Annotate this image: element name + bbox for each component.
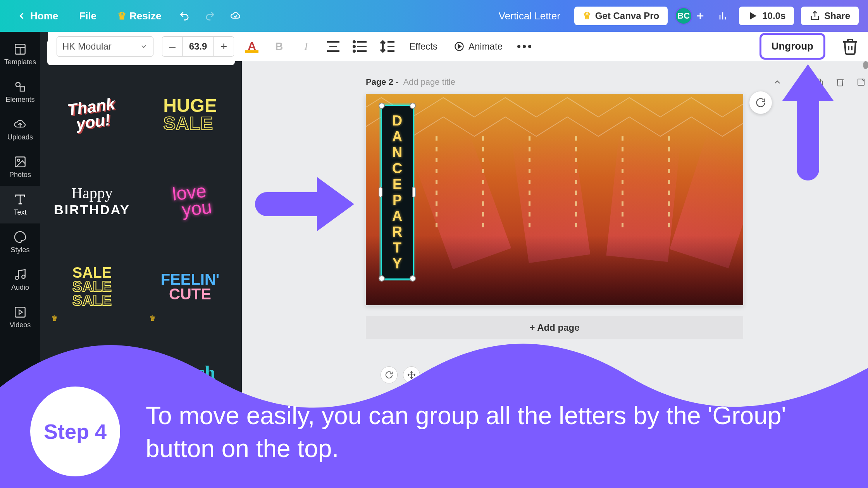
light-string-decor [668, 136, 670, 228]
music-icon [14, 268, 27, 281]
effects-button[interactable]: Effects [405, 39, 441, 54]
dp-letter: C [392, 160, 402, 176]
design-canvas[interactable]: D A N C E P A R T Y [366, 94, 743, 305]
ungroup-button[interactable]: Ungroup [760, 33, 825, 60]
svg-point-10 [16, 82, 20, 87]
top-bar: Home File ♛ Resize Vertical Letter ♛ Get… [0, 0, 868, 32]
font-size-group: – + [162, 36, 234, 57]
italic-button[interactable]: I [297, 37, 315, 56]
selection-handle[interactable] [379, 103, 385, 109]
rail-photos[interactable]: Photos [0, 148, 40, 186]
bar-chart-icon [717, 10, 728, 21]
bold-button[interactable]: B [270, 37, 288, 56]
share-icon [809, 10, 820, 21]
font-size-increase[interactable]: + [214, 37, 234, 56]
svg-marker-20 [19, 310, 22, 314]
light-string-decor [436, 136, 437, 228]
font-family-select[interactable]: HK Modular [57, 36, 153, 57]
move-icon [407, 371, 416, 379]
crown-icon: ♛ [51, 314, 58, 323]
align-button[interactable] [324, 37, 343, 56]
rotate-handle[interactable] [381, 366, 398, 383]
step-badge: Step 4 [30, 387, 120, 476]
cloud-upload-icon [14, 118, 27, 131]
shapes-icon [14, 80, 27, 93]
redo-button[interactable] [201, 7, 219, 25]
danceparty-text-group[interactable]: D A N C E P A R T Y [381, 105, 414, 280]
list-button[interactable] [351, 37, 370, 56]
rail-videos[interactable]: Videos [0, 299, 40, 336]
rail-styles[interactable]: Styles [0, 223, 40, 261]
undo-button[interactable] [175, 7, 194, 25]
home-button[interactable]: Home [9, 6, 65, 26]
redo-icon [205, 10, 215, 21]
text-template-thank-you[interactable]: Thankyou! [47, 76, 137, 153]
light-string-decor [482, 136, 484, 228]
plus-icon [695, 10, 706, 21]
templates-icon [14, 43, 27, 56]
page-number-label: Page 2 - [366, 77, 398, 87]
spacing-button[interactable] [378, 37, 397, 56]
file-menu[interactable]: File [72, 6, 103, 26]
image-icon [14, 155, 27, 168]
rail-uploads[interactable]: Uploads [0, 111, 40, 148]
insights-button[interactable] [713, 7, 732, 25]
delete-page-button[interactable] [833, 75, 847, 89]
page-title-input[interactable]: Add page title [403, 77, 455, 87]
svg-point-30 [353, 46, 355, 47]
crowd-silhouette-decor [366, 235, 743, 305]
context-toolbar: HK Modular – + A B I Effects Animate Ung… [48, 32, 868, 61]
selection-handle[interactable] [379, 275, 385, 282]
rail-templates[interactable]: Templates [0, 36, 40, 73]
text-template-happy-birthday[interactable]: HappyBIRTHDAY [47, 162, 137, 239]
new-page-button[interactable] [854, 75, 868, 89]
text-template-huge-sale[interactable]: HUGESALE [145, 76, 235, 153]
crown-icon: ♛ [149, 314, 156, 323]
animate-button[interactable]: Animate [450, 39, 506, 54]
dp-letter: A [392, 129, 402, 144]
font-size-input[interactable] [183, 37, 214, 56]
svg-point-29 [353, 41, 355, 43]
text-template-feelin-cute[interactable]: FEELIN'CUTE ♛ [145, 248, 235, 325]
chevron-left-icon [16, 10, 27, 21]
get-pro-button[interactable]: ♛ Get Canva Pro [574, 7, 668, 25]
svg-marker-37 [458, 45, 461, 48]
dp-letter: D [392, 113, 402, 129]
svg-rect-11 [20, 87, 24, 91]
selection-handle[interactable] [410, 275, 416, 282]
add-page-button[interactable]: + Add page [366, 316, 743, 339]
present-button[interactable]: 10.0s [739, 7, 794, 25]
svg-point-14 [17, 159, 20, 162]
selection-handle[interactable] [412, 187, 416, 198]
svg-point-40 [528, 45, 531, 48]
delete-button[interactable] [841, 37, 859, 56]
text-color-button[interactable]: A [243, 37, 261, 56]
text-template-love-you[interactable]: loveyou [145, 162, 235, 239]
rail-text[interactable]: Text [0, 186, 40, 223]
cloud-sync-button[interactable] [226, 7, 245, 25]
cloud-check-icon [230, 10, 241, 21]
add-collaborator-button[interactable] [694, 10, 706, 22]
crown-icon: ♛ [583, 10, 591, 21]
regenerate-button[interactable] [749, 91, 772, 114]
trash-icon [841, 37, 859, 56]
svg-rect-19 [15, 307, 25, 317]
document-title[interactable]: Vertical Letter [499, 10, 560, 22]
vertical-scrollbar[interactable] [863, 61, 868, 69]
more-button[interactable] [515, 37, 534, 56]
rail-elements[interactable]: Elements [0, 73, 40, 111]
chevron-up-icon [773, 77, 782, 87]
rail-audio[interactable]: Audio [0, 261, 40, 299]
share-button[interactable]: Share [801, 7, 859, 25]
text-template-sale-sale-sale[interactable]: SALESALESALE ♛ [47, 248, 137, 325]
home-label: Home [30, 10, 58, 22]
selection-handle[interactable] [379, 187, 382, 198]
list-icon [351, 37, 370, 56]
dp-letter: P [393, 192, 402, 208]
dp-letter: Y [393, 256, 402, 271]
resize-button[interactable]: ♛ Resize [110, 6, 168, 26]
avatar[interactable]: BC [675, 7, 692, 25]
selection-handle[interactable] [410, 103, 416, 109]
font-size-decrease[interactable]: – [162, 37, 183, 56]
align-center-icon [324, 37, 343, 56]
